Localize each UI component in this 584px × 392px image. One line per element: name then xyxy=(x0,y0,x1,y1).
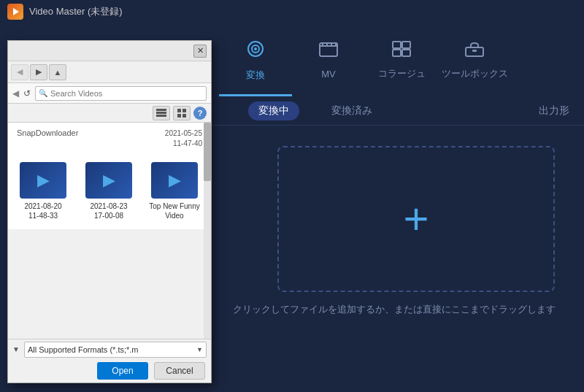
dialog-close-button[interactable]: ✕ xyxy=(193,45,207,58)
video-file-icon: ▶ xyxy=(169,171,181,190)
subtab-converting-label: 変換中 xyxy=(258,104,289,116)
subtab-converting[interactable]: 変換中 xyxy=(248,101,299,120)
svg-rect-9 xyxy=(335,43,337,45)
svg-rect-12 xyxy=(393,50,401,56)
format-left-arrow: ▼ xyxy=(12,345,20,353)
tab-toolbox-label: ツールボックス xyxy=(442,67,508,80)
nav-back-icon[interactable]: ◀ xyxy=(12,88,19,99)
mv-icon xyxy=(318,42,339,64)
file-name: 2021-08-2317-00-08 xyxy=(90,201,127,220)
file-list-wrapper: SnapDownloader 2021-05-2511-47-40 ▶ 2021… xyxy=(8,123,211,339)
dialog-title-bar: ✕ xyxy=(8,41,211,61)
svg-rect-15 xyxy=(472,50,477,52)
view-grid-button[interactable] xyxy=(173,106,191,120)
tab-convert-label: 変換 xyxy=(246,69,265,82)
svg-rect-19 xyxy=(177,109,181,112)
svg-rect-8 xyxy=(331,43,332,45)
svg-rect-20 xyxy=(182,109,186,112)
video-file-icon: ▶ xyxy=(103,171,115,190)
svg-rect-18 xyxy=(156,115,166,117)
search-input[interactable] xyxy=(50,89,203,98)
scrollbar-track[interactable] xyxy=(204,123,211,339)
list-item[interactable]: ▶ 2021-08-2317-00-08 xyxy=(80,159,138,223)
svg-rect-7 xyxy=(326,43,328,45)
format-dropdown-left[interactable]: ▼ xyxy=(12,345,20,353)
search-box: 🔍 xyxy=(35,86,207,101)
svg-marker-0 xyxy=(13,8,19,15)
svg-rect-16 xyxy=(156,109,166,111)
add-file-icon: + xyxy=(403,197,429,241)
dialog-address-bar: ◀ ↺ 🔍 xyxy=(8,83,211,104)
tab-mv-label: MV xyxy=(321,69,336,80)
nav-tabs: 変換 MV コラージュ xyxy=(204,23,584,96)
collage-icon xyxy=(391,40,412,63)
file-thumbnail: ▶ xyxy=(85,162,132,199)
header-date: 2021-05-2511-47-40 xyxy=(165,128,202,149)
title-bar: Video Master (未登録) xyxy=(0,0,584,23)
help-icon[interactable]: ? xyxy=(193,107,207,120)
app-logo xyxy=(7,4,23,20)
dialog-buttons: Open Cancel xyxy=(8,359,211,383)
dialog-view-row: ? xyxy=(8,104,211,123)
subtab-converted-label: 変換済み xyxy=(331,104,372,116)
svg-point-3 xyxy=(254,47,257,50)
svg-rect-13 xyxy=(402,50,410,56)
tab-mv[interactable]: MV xyxy=(292,31,365,96)
video-file-icon: ▶ xyxy=(37,171,50,190)
scrollbar-thumb[interactable] xyxy=(204,123,211,181)
cancel-button[interactable]: Cancel xyxy=(154,362,205,380)
list-item[interactable]: ▶ Top New FunnyVideo xyxy=(145,159,204,223)
tab-convert[interactable]: 変換 xyxy=(219,31,292,96)
format-dropdown-arrow: ▼ xyxy=(196,346,203,353)
sub-tabs-bar: 変換中 変換済み 出力形 xyxy=(204,96,584,126)
drop-area[interactable]: + xyxy=(277,146,555,292)
tab-collage-label: コラージュ xyxy=(378,67,426,80)
list-item[interactable]: ▶ 2021-08-2011-48-33 xyxy=(14,159,72,223)
forward-button[interactable]: ▶ xyxy=(30,64,47,80)
file-name: Top New FunnyVideo xyxy=(149,201,199,220)
output-label: 出力形 xyxy=(539,104,569,118)
toolbox-icon xyxy=(464,40,485,63)
svg-rect-17 xyxy=(156,112,166,114)
drop-hint: クリックしてファイルを追加するか、または直接にここまでドラッグします xyxy=(204,303,584,316)
app-title: Video Master (未登録) xyxy=(29,5,123,18)
file-dialog: ✕ ◀ ▶ ▲ ◀ ↺ 🔍 xyxy=(7,40,212,383)
file-thumbnail: ▶ xyxy=(151,162,198,199)
tab-toolbox[interactable]: ツールボックス xyxy=(438,31,511,96)
format-dropdown[interactable]: All Supported Formats (*.ts;*.m ▼ xyxy=(24,342,207,358)
up-button[interactable]: ▲ xyxy=(49,64,66,80)
file-list: SnapDownloader 2021-05-2511-47-40 ▶ 2021… xyxy=(8,123,211,229)
view-list-button[interactable] xyxy=(153,106,170,120)
open-button[interactable]: Open xyxy=(97,362,148,380)
nav-refresh-icon[interactable]: ↺ xyxy=(23,88,31,99)
svg-rect-22 xyxy=(182,114,186,118)
tab-collage[interactable]: コラージュ xyxy=(365,31,438,96)
svg-rect-10 xyxy=(393,42,401,48)
dialog-toolbar: ◀ ▶ ▲ xyxy=(8,61,211,83)
svg-rect-11 xyxy=(402,42,410,48)
search-icon: 🔍 xyxy=(39,89,47,97)
back-button[interactable]: ◀ xyxy=(11,64,28,80)
breadcrumb: SnapDownloader xyxy=(17,128,78,137)
svg-rect-5 xyxy=(320,45,337,47)
format-label: All Supported Formats (*.ts;*.m xyxy=(28,345,139,354)
file-name: 2021-08-2011-48-33 xyxy=(24,201,61,220)
svg-rect-6 xyxy=(322,43,323,45)
convert-icon xyxy=(245,39,266,64)
svg-rect-21 xyxy=(177,114,181,118)
format-bar: ▼ All Supported Formats (*.ts;*.m ▼ xyxy=(8,339,211,359)
subtab-converted[interactable]: 変換済み xyxy=(321,101,383,120)
file-thumbnail: ▶ xyxy=(20,162,66,199)
